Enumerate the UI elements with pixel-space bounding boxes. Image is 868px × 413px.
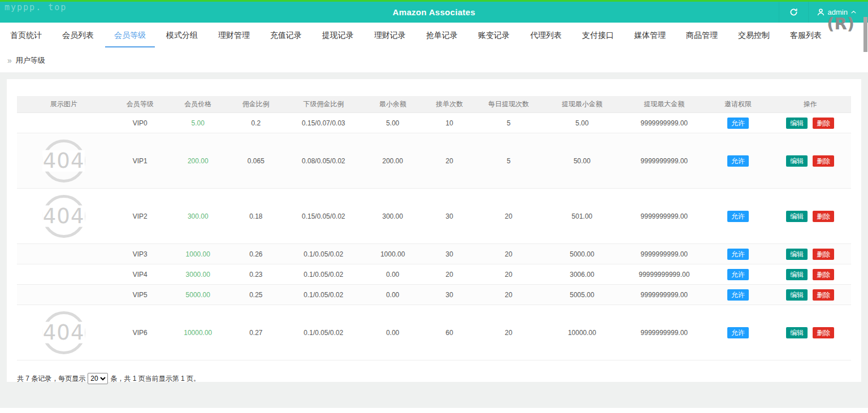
edit-button[interactable]: 编辑 — [786, 155, 808, 167]
edit-button[interactable]: 编辑 — [786, 249, 808, 260]
cell-actions: 编辑删除 — [769, 305, 851, 360]
nav-tab-9[interactable]: 账变记录 — [468, 23, 520, 48]
nav-tab-10[interactable]: 代理列表 — [520, 23, 572, 48]
column-header: 展示图片 — [17, 96, 110, 113]
cell-price: 10000.00 — [170, 305, 226, 360]
allow-button[interactable]: 允许 — [727, 327, 749, 338]
delete-button[interactable]: 删除 — [813, 269, 834, 280]
image-404-placeholder: 404 — [41, 310, 86, 355]
cell-max-withdraw: 9999999999.00 — [622, 113, 707, 133]
table-row: 404VIP2300.000.180.15/0.05/0.02300.00302… — [17, 189, 851, 244]
column-header: 会员等级 — [110, 96, 170, 113]
cell-actions: 编辑删除 — [769, 113, 851, 133]
edit-button[interactable]: 编辑 — [786, 289, 808, 301]
cell-commission: 0.18 — [226, 189, 285, 244]
cell-order-count: 60 — [424, 305, 475, 360]
cell-commission: 0.25 — [226, 285, 285, 305]
allow-button[interactable]: 允许 — [727, 118, 749, 129]
cell-daily-withdraw-count: 20 — [475, 285, 542, 305]
refresh-button[interactable] — [779, 2, 809, 23]
edit-button[interactable]: 编辑 — [786, 327, 808, 338]
edit-button[interactable]: 编辑 — [786, 211, 808, 222]
level-table-card: 展示图片会员等级会员价格佣金比例下级佣金比例最小余额接单次数每日提现次数提现最小… — [7, 79, 861, 382]
nav-tab-1[interactable]: 会员列表 — [52, 23, 104, 48]
page-size-select[interactable]: 20 — [88, 373, 108, 384]
edit-button[interactable]: 编辑 — [786, 269, 808, 280]
cell-daily-withdraw-count: 20 — [475, 189, 542, 244]
delete-button[interactable]: 删除 — [813, 118, 834, 129]
cell-commission: 0.2 — [226, 113, 285, 133]
delete-button[interactable]: 删除 — [813, 327, 834, 338]
table-header-row: 展示图片会员等级会员价格佣金比例下级佣金比例最小余额接单次数每日提现次数提现最小… — [17, 96, 851, 113]
cell-sub-commission: 0.15/0.07/0.03 — [285, 113, 361, 133]
column-header: 下级佣金比例 — [285, 96, 361, 113]
cell-invite-permission: 允许 — [707, 285, 770, 305]
cell-level: VIP3 — [110, 244, 170, 264]
content-area: 展示图片会员等级会员价格佣金比例下级佣金比例最小余额接单次数每日提现次数提现最小… — [0, 72, 868, 408]
cell-actions: 编辑删除 — [769, 285, 851, 305]
column-header: 邀请权限 — [707, 96, 770, 113]
cell-min-balance: 0.00 — [362, 305, 424, 360]
allow-button[interactable]: 允许 — [727, 269, 749, 280]
user-icon — [817, 8, 825, 16]
edit-button[interactable]: 编辑 — [786, 118, 808, 129]
nav-tab-3[interactable]: 模式分组 — [156, 23, 208, 48]
cell-invite-permission: 允许 — [707, 113, 770, 133]
delete-button[interactable]: 删除 — [813, 211, 834, 222]
cell-price: 5000.00 — [170, 285, 226, 305]
cell-max-withdraw: 9999999999.00 — [622, 133, 707, 189]
nav-tab-6[interactable]: 提现记录 — [312, 23, 364, 48]
delete-button[interactable]: 删除 — [813, 155, 834, 167]
cell-price: 5.00 — [170, 113, 226, 133]
delete-button[interactable]: 删除 — [813, 289, 834, 301]
cell-level: VIP4 — [110, 264, 170, 285]
cell-invite-permission: 允许 — [707, 264, 770, 285]
breadcrumb: » 用户等级 — [0, 48, 868, 72]
scrollbar-thumb[interactable] — [863, 17, 867, 52]
nav-tabs: 首页统计会员列表会员等级模式分组理财管理充值记录提现记录理财记录抢单记录账变记录… — [0, 23, 868, 48]
cell-max-withdraw: 99999999999.00 — [622, 264, 707, 285]
allow-button[interactable]: 允许 — [727, 211, 749, 222]
page-title: 用户等级 — [16, 55, 45, 66]
delete-button[interactable]: 删除 — [813, 249, 834, 260]
cell-price: 1000.00 — [170, 244, 226, 264]
nav-tab-14[interactable]: 交易控制 — [728, 23, 780, 48]
cell-min-withdraw: 5005.00 — [542, 285, 622, 305]
app-header: myppp. top Amazon Associates admin — [0, 2, 868, 23]
allow-button[interactable]: 允许 — [727, 249, 749, 260]
column-header: 接单次数 — [424, 96, 475, 113]
nav-tab-11[interactable]: 支付接口 — [572, 23, 624, 48]
cell-min-balance: 300.00 — [362, 189, 424, 244]
cell-level: VIP2 — [110, 189, 170, 244]
allow-button[interactable]: 允许 — [727, 155, 749, 167]
placeholder-404-text: 404 — [42, 205, 85, 227]
cell-order-count: 20 — [424, 133, 475, 189]
nav-tab-13[interactable]: 商品管理 — [676, 23, 728, 48]
cell-actions: 编辑删除 — [769, 189, 851, 244]
cell-order-count: 20 — [424, 264, 475, 285]
nav-tab-12[interactable]: 媒体管理 — [624, 23, 676, 48]
table-row: VIP31000.000.260.1/0.05/0.021000.0030205… — [17, 244, 851, 264]
cell-invite-permission: 允许 — [707, 244, 770, 264]
cell-price: 3000.00 — [170, 264, 226, 285]
allow-button[interactable]: 允许 — [727, 289, 749, 301]
nav-tab-5[interactable]: 充值记录 — [260, 23, 312, 48]
app-title: Amazon Associates — [0, 7, 868, 17]
cell-min-withdraw: 5.00 — [542, 113, 622, 133]
cell-commission: 0.26 — [226, 244, 285, 264]
nav-tab-2[interactable]: 会员等级 — [104, 23, 156, 48]
column-header: 每日提现次数 — [475, 96, 542, 113]
cell-min-withdraw: 50.00 — [542, 133, 622, 189]
nav-tab-4[interactable]: 理财管理 — [208, 23, 260, 48]
nav-tab-15[interactable]: 客服列表 — [780, 23, 832, 48]
cell-sub-commission: 0.1/0.05/0.02 — [285, 305, 361, 360]
nav-tab-8[interactable]: 抢单记录 — [416, 23, 468, 48]
nav-tab-0[interactable]: 首页统计 — [0, 23, 52, 48]
nav-tab-7[interactable]: 理财记录 — [364, 23, 416, 48]
cell-max-withdraw: 9999999999.00 — [622, 189, 707, 244]
cell-min-withdraw: 5000.00 — [542, 244, 622, 264]
cell-actions: 编辑删除 — [769, 244, 851, 264]
cell-invite-permission: 允许 — [707, 305, 770, 360]
table-row: 404VIP1200.000.0650.08/0.05/0.02200.0020… — [17, 133, 851, 189]
table-row: VIP55000.000.250.1/0.05/0.020.0030205005… — [17, 285, 851, 305]
